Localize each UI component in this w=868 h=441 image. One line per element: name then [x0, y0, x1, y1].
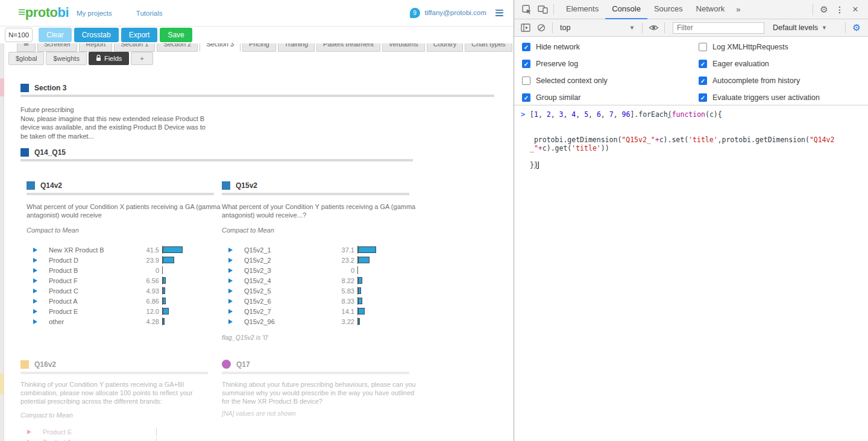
row-label[interactable]: Product A	[49, 298, 129, 305]
row-expand-arrow-icon[interactable]	[228, 289, 233, 293]
devtools-tab-elements[interactable]: Elements	[559, 0, 605, 19]
devtools-tab-console[interactable]: Console	[605, 0, 647, 19]
row-label[interactable]: Product D	[49, 257, 129, 264]
row-expand-arrow-icon[interactable]	[228, 319, 233, 324]
row-label[interactable]: Q15v2_6	[244, 298, 324, 305]
subtab-fields[interactable]: Fields	[89, 52, 129, 65]
row-label[interactable]: other	[49, 318, 129, 325]
row-label[interactable]: Product B	[49, 267, 129, 274]
row-label[interactable]: New XR Product B	[49, 246, 129, 254]
checkbox-eager-evaluation[interactable]: ✓	[699, 60, 707, 68]
subtab-weights[interactable]: $weights	[46, 52, 86, 65]
row-label[interactable]: Q15v2_96	[244, 318, 324, 325]
row-label[interactable]: Product C	[49, 287, 129, 295]
nav-link-my-projects[interactable]: My projects	[77, 10, 112, 17]
console-input-area[interactable]: > [1, 2, 3, 4, 5, 6, 7, 96].forEach(func…	[514, 105, 868, 169]
section-heading[interactable]: Section 3	[20, 84, 66, 92]
hamburger-menu-icon[interactable]: ≡	[495, 7, 504, 18]
panel-heading[interactable]: Q14v2	[27, 181, 214, 190]
row-expand-arrow-icon[interactable]	[33, 299, 37, 304]
tab-country[interactable]: Country	[427, 43, 464, 52]
group-heading[interactable]: Q14_Q15	[20, 148, 66, 157]
protobi-logo[interactable]: ≡protobi	[18, 5, 69, 20]
live-expression-eye-icon[interactable]	[646, 20, 661, 35]
panel-heading[interactable]: Q15v2	[222, 181, 409, 190]
console-settings-gear-icon[interactable]: ⚙	[849, 20, 864, 35]
row-label[interactable]: Q15v2_7	[244, 308, 324, 315]
notification-badge[interactable]: 9	[410, 8, 420, 18]
checkbox-evaluate-triggers-user-activation[interactable]: ✓	[699, 93, 707, 102]
row-label[interactable]: Q15v2_5	[244, 287, 324, 295]
chart-mode-label[interactable]: Compact to Mean	[27, 227, 214, 234]
tab-screener[interactable]: Screener	[37, 43, 78, 52]
more-tabs-button[interactable]: »	[731, 5, 745, 14]
checkbox-preserve-log[interactable]: ✓	[522, 60, 530, 68]
chart-mode-label[interactable]: Compact to Mean	[222, 227, 409, 234]
clear-console-icon[interactable]	[533, 20, 549, 35]
row-expand-arrow-icon[interactable]	[33, 258, 37, 263]
row-label[interactable]: Q15v2_3	[244, 267, 324, 274]
panel-heading[interactable]: Q16v2	[20, 360, 208, 369]
tab-training[interactable]: Training	[278, 43, 315, 52]
row-label[interactable]: Q15v2_1	[244, 246, 324, 254]
row-expand-arrow-icon[interactable]	[33, 248, 37, 252]
inspect-element-icon[interactable]	[519, 2, 535, 17]
checkbox-hide-network[interactable]: ✓	[522, 43, 530, 51]
devtools-tab-network[interactable]: Network	[690, 0, 732, 19]
tab-section-2[interactable]: Section 2	[157, 43, 198, 52]
row-expand-arrow-icon[interactable]	[33, 309, 37, 314]
row-expand-arrow-icon[interactable]	[228, 278, 233, 283]
row-label[interactable]: Product A	[43, 439, 123, 441]
checkbox-autocomplete-from-history[interactable]: ✓	[699, 77, 707, 85]
devtools-settings-gear-icon[interactable]: ⚙	[816, 2, 832, 17]
question-text: Thinking about your future prescribing b…	[222, 380, 416, 405]
tab-chart-types[interactable]: Chart types	[465, 43, 512, 52]
row-label[interactable]: Product F	[49, 277, 129, 284]
log-levels-select[interactable]: Default levels ▼	[773, 23, 827, 32]
tabs-hamburger-icon[interactable]: ≡	[17, 43, 36, 52]
row-expand-arrow-icon[interactable]	[228, 258, 233, 263]
tab-pricing[interactable]: Pricing	[242, 43, 276, 52]
row-expand-arrow-icon[interactable]	[33, 268, 37, 273]
clear-button[interactable]: Clear	[39, 28, 72, 42]
execution-context-select[interactable]: top ▼	[556, 23, 639, 32]
user-email[interactable]: tiffany@protobi.com	[425, 9, 486, 16]
n-count-input[interactable]	[5, 28, 33, 42]
row-expand-arrow-icon[interactable]	[228, 268, 233, 273]
checkbox-selected-context-only[interactable]	[522, 77, 530, 85]
row-label[interactable]: Product E	[43, 428, 123, 436]
row-expand-arrow-icon[interactable]	[228, 309, 233, 314]
row-label[interactable]: Product E	[49, 308, 129, 315]
devtools-kebab-menu-icon[interactable]: ⋮	[832, 2, 848, 17]
devtools-close-icon[interactable]: ✕	[848, 2, 863, 17]
tab-section-1[interactable]: Section 1	[114, 43, 155, 52]
crosstab-button[interactable]: Crosstab	[74, 28, 119, 42]
panel-heading[interactable]: Q17	[222, 360, 409, 369]
scroll-minimap[interactable]	[0, 43, 4, 441]
row-label[interactable]: Q15v2_4	[244, 277, 324, 284]
save-button[interactable]: Save	[160, 28, 192, 42]
devtools-tab-sources[interactable]: Sources	[647, 0, 690, 19]
tab-section-3[interactable]: Section 3	[200, 43, 241, 52]
checkbox-log-xmlhttprequests[interactable]	[699, 43, 707, 51]
device-toolbar-icon[interactable]	[535, 2, 550, 17]
row-expand-arrow-icon[interactable]	[228, 248, 233, 252]
nav-link-tutorials[interactable]: Tutorials	[136, 10, 163, 17]
subtab-[interactable]: +	[131, 52, 153, 65]
checkbox-group-similar[interactable]: ✓	[522, 93, 530, 102]
row-expand-arrow-icon[interactable]	[27, 430, 31, 434]
row-expand-arrow-icon[interactable]	[228, 299, 233, 304]
console-filter-input[interactable]	[673, 22, 764, 34]
row-expand-arrow-icon[interactable]	[33, 289, 37, 293]
chart-mode-label[interactable]: Compact to Mean	[20, 411, 208, 419]
subtab-global[interactable]: $global	[8, 52, 44, 65]
export-button[interactable]: Export	[121, 28, 158, 42]
tab-verbatims[interactable]: Verbatims	[382, 43, 425, 52]
row-expand-arrow-icon[interactable]	[33, 319, 37, 324]
row-label[interactable]: Q15v2_2	[244, 257, 324, 264]
console-code[interactable]: [1, 2, 3, 4, 5, 6, 7, 96].forEach(functi…	[530, 110, 863, 169]
tab-report[interactable]: Report	[79, 43, 112, 52]
row-expand-arrow-icon[interactable]	[33, 278, 37, 283]
tab-patient-treatment[interactable]: Patient treatment	[316, 43, 380, 52]
console-sidebar-icon[interactable]	[518, 20, 533, 35]
